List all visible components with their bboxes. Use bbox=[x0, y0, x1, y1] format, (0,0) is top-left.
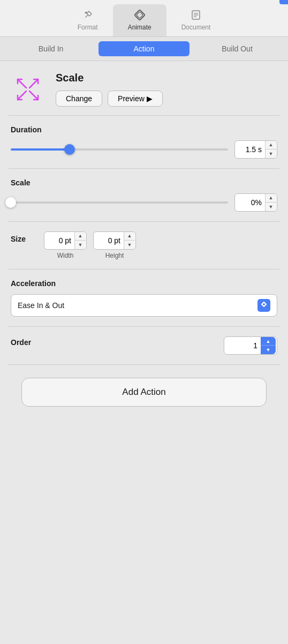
preview-button[interactable]: Preview ▶ bbox=[108, 91, 163, 107]
toolbar-document[interactable]: Document bbox=[166, 4, 226, 36]
scale-increment[interactable]: ▲ bbox=[266, 194, 276, 203]
width-col: ▲ ▼ Width bbox=[44, 231, 87, 259]
duration-slider-row: ▲ ▼ bbox=[11, 140, 277, 159]
order-decrement[interactable]: ▼ bbox=[261, 346, 276, 354]
animation-info: Scale Change Preview ▶ bbox=[56, 72, 277, 107]
height-decrement[interactable]: ▼ bbox=[124, 241, 135, 249]
order-increment[interactable]: ▲ bbox=[261, 337, 276, 346]
scale-thumb[interactable] bbox=[5, 197, 16, 208]
main-content: Scale Change Preview ▶ Duration ▲ ▼ bbox=[0, 61, 288, 420]
pin-icon bbox=[81, 9, 94, 21]
width-input[interactable] bbox=[44, 234, 74, 247]
height-stepper: ▲ ▼ bbox=[124, 232, 135, 249]
width-label: Width bbox=[57, 252, 74, 259]
svg-line-7 bbox=[18, 79, 26, 88]
toolbar-format[interactable]: Format bbox=[63, 4, 113, 36]
svg-line-9 bbox=[18, 91, 26, 100]
toolbar-animate[interactable]: Animate bbox=[113, 4, 166, 36]
height-label: Height bbox=[105, 252, 124, 259]
size-section: Size ▲ ▼ Width ▲ bbox=[0, 222, 288, 269]
tab-action[interactable]: Action bbox=[98, 41, 190, 56]
order-section: Order ▲ ▼ bbox=[0, 327, 288, 364]
acceleration-value: Ease In & Out bbox=[18, 301, 64, 310]
animation-name: Scale bbox=[56, 72, 277, 84]
svg-rect-1 bbox=[134, 10, 145, 20]
toolbar: Format Animate Document bbox=[0, 0, 288, 37]
size-inputs: ▲ ▼ Width ▲ ▼ Height bbox=[44, 231, 277, 259]
tab-build-in[interactable]: Build In bbox=[5, 41, 96, 56]
change-button[interactable]: Change bbox=[56, 91, 102, 107]
scale-stepper: ▲ ▼ bbox=[265, 194, 276, 211]
tab-build-out[interactable]: Build Out bbox=[192, 41, 283, 56]
scale-value-box: ▲ ▼ bbox=[234, 193, 277, 212]
order-row: Order ▲ ▼ bbox=[11, 336, 277, 355]
svg-line-10 bbox=[29, 91, 38, 100]
diamond-icon bbox=[133, 9, 146, 21]
height-increment[interactable]: ▲ bbox=[124, 232, 135, 241]
height-input[interactable] bbox=[94, 234, 124, 247]
duration-section: Duration ▲ ▼ bbox=[0, 116, 288, 168]
size-label: Size bbox=[11, 231, 37, 243]
duration-thumb[interactable] bbox=[64, 144, 75, 155]
add-action-section: Add Action bbox=[0, 365, 288, 420]
duration-label: Duration bbox=[11, 125, 277, 134]
width-stepper: ▲ ▼ bbox=[74, 232, 86, 249]
width-value-box: ▲ ▼ bbox=[44, 231, 87, 250]
duration-stepper: ▲ ▼ bbox=[265, 141, 276, 158]
document-icon bbox=[190, 9, 202, 21]
width-increment[interactable]: ▲ bbox=[75, 232, 86, 241]
scale-slider[interactable] bbox=[11, 201, 228, 204]
add-action-button[interactable]: Add Action bbox=[21, 378, 267, 407]
width-decrement[interactable]: ▼ bbox=[75, 241, 86, 249]
order-value-box: ▲ ▼ bbox=[224, 336, 277, 355]
height-value-box: ▲ ▼ bbox=[93, 231, 136, 250]
scale-label: Scale bbox=[11, 178, 277, 187]
acceleration-label: Acceleration bbox=[11, 279, 277, 288]
duration-increment[interactable]: ▲ bbox=[266, 141, 276, 149]
acceleration-select-row: Ease In & Out bbox=[11, 294, 277, 317]
order-input[interactable] bbox=[224, 339, 261, 352]
scale-input[interactable] bbox=[235, 196, 265, 209]
scale-section: Scale ▲ ▼ bbox=[0, 169, 288, 221]
acceleration-arrow-icon bbox=[257, 299, 270, 312]
format-label: Format bbox=[78, 24, 98, 31]
duration-decrement[interactable]: ▼ bbox=[266, 149, 276, 158]
size-row: Size ▲ ▼ Width ▲ bbox=[11, 231, 277, 259]
animate-label: Animate bbox=[128, 24, 151, 31]
duration-slider[interactable] bbox=[11, 148, 228, 151]
tab-bar: Build In Action Build Out bbox=[0, 37, 288, 61]
duration-input[interactable] bbox=[235, 143, 265, 156]
scale-icon bbox=[11, 72, 45, 107]
animation-buttons: Change Preview ▶ bbox=[56, 91, 277, 107]
order-label: Order bbox=[11, 338, 31, 347]
svg-line-8 bbox=[29, 79, 38, 88]
duration-value-box: ▲ ▼ bbox=[234, 140, 277, 159]
acceleration-select[interactable]: Ease In & Out bbox=[11, 294, 277, 317]
order-stepper: ▲ ▼ bbox=[261, 337, 276, 354]
height-col: ▲ ▼ Height bbox=[93, 231, 136, 259]
animation-header: Scale Change Preview ▶ bbox=[0, 61, 288, 115]
document-label: Document bbox=[181, 24, 211, 31]
scale-decrement[interactable]: ▼ bbox=[266, 203, 276, 211]
scale-slider-row: ▲ ▼ bbox=[11, 193, 277, 212]
svg-line-0 bbox=[86, 15, 88, 17]
acceleration-section: Acceleration Ease In & Out bbox=[0, 269, 288, 326]
